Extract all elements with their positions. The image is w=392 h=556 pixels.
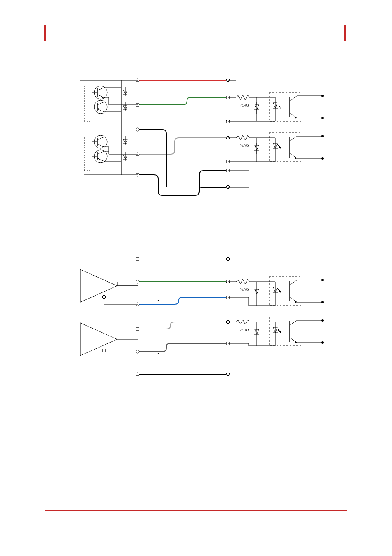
svg-line-47: [97, 151, 104, 154]
svg-rect-183: [269, 317, 302, 346]
svg-line-41: [97, 137, 104, 140]
svg-point-198: [321, 319, 324, 322]
svg-marker-164: [280, 292, 281, 293]
svg-point-3: [136, 128, 139, 131]
svg-rect-98: [269, 133, 302, 162]
svg-point-172: [321, 301, 324, 303]
svg-point-128: [136, 373, 139, 376]
svg-marker-80: [280, 107, 281, 109]
svg-line-23: [97, 102, 104, 105]
svg-point-87: [321, 95, 324, 97]
svg-point-137: [102, 295, 106, 299]
svg-marker-84: [295, 117, 297, 119]
margin-mark-left: [44, 25, 46, 41]
svg-point-123: [136, 257, 139, 261]
svg-point-134: [226, 373, 230, 376]
resistor-label-1: 249Ω: [240, 103, 249, 108]
svg-rect-156: [269, 277, 302, 306]
svg-marker-195: [295, 341, 297, 343]
margin-mark-right: [344, 25, 346, 41]
svg-point-171: [321, 279, 324, 281]
resistor-label-3: 249Ω: [240, 287, 249, 292]
svg-point-88: [321, 117, 324, 119]
svg-line-166: [290, 280, 297, 285]
svg-point-129: [226, 257, 230, 261]
svg-rect-72: [269, 93, 302, 121]
svg-point-121: [158, 300, 159, 301]
svg-marker-168: [295, 301, 297, 303]
resistor-label-4: 249Ω: [240, 328, 249, 332]
svg-point-199: [321, 341, 324, 344]
svg-point-114: [321, 157, 324, 160]
svg-line-193: [290, 320, 297, 325]
svg-point-122: [158, 353, 159, 354]
svg-marker-144: [80, 323, 117, 356]
svg-line-108: [290, 136, 297, 141]
footer-rule: [45, 510, 347, 511]
svg-point-127: [136, 350, 139, 353]
svg-marker-106: [280, 148, 281, 149]
diagram-opamp-driver: 249Ω 249Ω: [72, 249, 327, 387]
svg-line-82: [290, 96, 297, 101]
svg-point-146: [102, 349, 106, 352]
svg-line-17: [97, 88, 104, 90]
svg-marker-191: [280, 332, 281, 334]
svg-point-126: [136, 327, 139, 331]
svg-marker-110: [295, 157, 297, 159]
resistor-label-2: 249Ω: [240, 144, 249, 148]
diagram-transistor-driver: 249Ω 249Ω: [72, 68, 327, 206]
svg-point-113: [321, 135, 324, 137]
svg-marker-135: [80, 269, 117, 302]
